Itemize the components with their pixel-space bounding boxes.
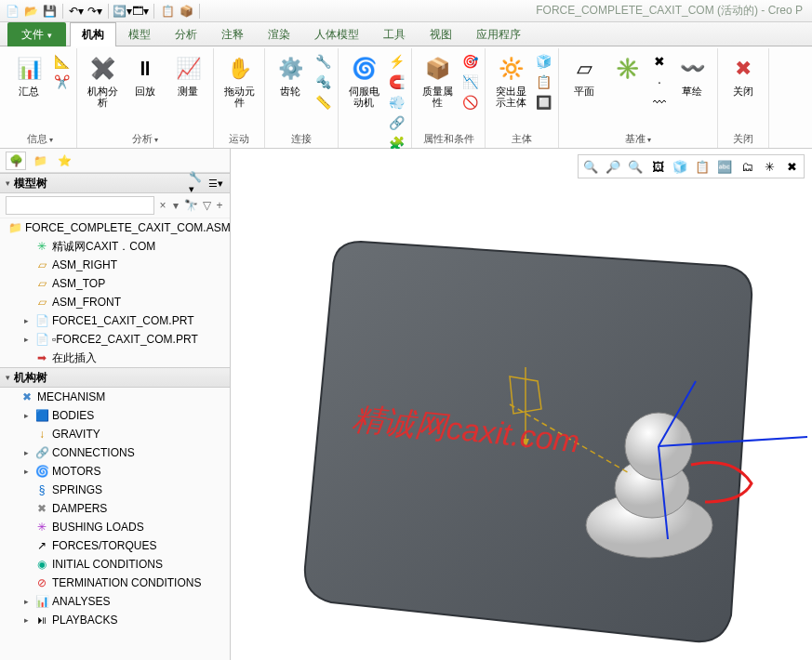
- tree-item-label: TERMINATION CONDITIONS: [52, 576, 201, 589]
- ribbon-button[interactable]: ▱平面: [565, 52, 604, 99]
- tab-mechanism[interactable]: 机构: [70, 22, 116, 46]
- expand-icon[interactable]: ▸: [20, 615, 32, 625]
- ribbon-button[interactable]: ⚙️齿轮: [271, 52, 310, 99]
- ribbon-group-title: 运动: [220, 130, 259, 148]
- tree-item[interactable]: ◉INITIAL CONDITIONS: [0, 555, 230, 574]
- ribbon-button[interactable]: 📦质量属性: [418, 52, 457, 110]
- ribbon-small-button[interactable]: 〰: [650, 93, 669, 112]
- mechanism-tree: ✖MECHANISM▸🟦BODIES↓GRAVITY▸🔗CONNECTIONS▸…: [0, 388, 230, 629]
- expand-icon[interactable]: ▸: [20, 448, 32, 457]
- tab-file[interactable]: 文件: [7, 22, 66, 46]
- tree-item[interactable]: ▸📊ANALYSES: [0, 592, 230, 611]
- ribbon-small-button[interactable]: 🔲: [534, 93, 552, 112]
- model-tree-header[interactable]: 模型树 🔧▾ ☰▾: [0, 173, 230, 193]
- ribbon-button[interactable]: ✋拖动元件: [220, 52, 259, 110]
- ribbon-small-button[interactable]: ✂️: [52, 73, 71, 91]
- tree-item[interactable]: ⊘TERMINATION CONDITIONS: [0, 574, 230, 592]
- tree-item[interactable]: ↓GRAVITY: [0, 425, 230, 443]
- ribbon-button[interactable]: 🌀伺服电动机: [344, 52, 383, 110]
- save-icon[interactable]: 💾: [41, 3, 58, 20]
- ribbon-small-button[interactable]: 📋: [534, 73, 552, 91]
- expand-icon[interactable]: ▸: [20, 335, 32, 344]
- ribbon-small-button[interactable]: 💨: [387, 93, 406, 112]
- ribbon-small-button[interactable]: 🧲: [387, 73, 406, 91]
- tab-render[interactable]: 渲染: [256, 22, 302, 46]
- tree-item[interactable]: ✳精诚网CAXIT．COM: [0, 237, 230, 256]
- tree-item[interactable]: 📁FORCE_COMPLETE_CAXIT_COM.ASM: [0, 218, 230, 237]
- tree-item[interactable]: ▸🔗CONNECTIONS: [0, 443, 230, 462]
- redo-icon[interactable]: ↷▾: [87, 3, 103, 20]
- tree-item[interactable]: ▸🟦BODIES: [0, 406, 230, 425]
- tree-item[interactable]: ▸⏯PLAYBACKS: [0, 611, 230, 629]
- tree-item[interactable]: ✖MECHANISM: [0, 388, 230, 406]
- ribbon-button[interactable]: 〰️草绘: [672, 52, 712, 99]
- tab-apps[interactable]: 应用程序: [464, 22, 533, 46]
- folder-tab-icon[interactable]: 📁: [30, 152, 50, 170]
- expand-icon[interactable]: ▸: [20, 411, 32, 420]
- regen-icon[interactable]: 🔄▾: [113, 3, 130, 20]
- tab-annotate[interactable]: 注释: [209, 22, 256, 46]
- tree-item[interactable]: §SPRINGS: [0, 481, 230, 499]
- ribbon-small-button[interactable]: 🧊: [534, 52, 552, 71]
- close-doc-icon[interactable]: 📋: [159, 3, 176, 20]
- graphics-area[interactable]: 🔍 🔎 🔍 🖼 🧊 📋 🔤 🗂 ✳ ✖: [231, 149, 812, 660]
- tree-settings-icon[interactable]: 🔧▾: [189, 175, 206, 191]
- ribbon-button[interactable]: 📊汇总: [9, 52, 48, 99]
- add-icon[interactable]: +: [215, 197, 224, 214]
- tab-tools[interactable]: 工具: [371, 22, 418, 46]
- ribbon-small-button[interactable]: 🔩: [313, 73, 332, 91]
- tree-item-icon: 🌀: [34, 464, 49, 479]
- tree-item[interactable]: ▱ASM_TOP: [0, 274, 230, 293]
- tree-item-label: ASM_RIGHT: [52, 258, 117, 271]
- favorites-tab-icon[interactable]: ⭐: [54, 152, 74, 170]
- ribbon-small-button[interactable]: ·: [650, 73, 669, 91]
- tree-item[interactable]: ▱ASM_FRONT: [0, 293, 230, 311]
- expand-icon[interactable]: ▸: [20, 467, 32, 476]
- ribbon-small-button[interactable]: 🔧: [313, 52, 332, 71]
- filter-icon[interactable]: ▽: [202, 197, 211, 214]
- ribbon-button[interactable]: ✖关闭: [724, 52, 763, 99]
- tree-item[interactable]: ↗FORCES/TORQUES: [0, 536, 230, 555]
- ribbon-button-icon: ✖: [728, 54, 758, 84]
- tree-item[interactable]: ▸🌀MOTORS: [0, 462, 230, 481]
- ribbon-small-button[interactable]: ⚡: [387, 52, 406, 71]
- tree-item[interactable]: ▸📄▫FORCE2_CAXIT_COM.PRT: [0, 330, 230, 349]
- tree-item[interactable]: ✳BUSHING LOADS: [0, 518, 230, 536]
- tree-item[interactable]: ▱ASM_RIGHT: [0, 256, 230, 274]
- ribbon-small-button[interactable]: 📐: [52, 52, 71, 71]
- ribbon-button-label: 伺服电动机: [346, 86, 381, 108]
- ribbon-button[interactable]: 🔆突出显示主体: [491, 52, 530, 110]
- tab-analysis[interactable]: 分析: [163, 22, 209, 46]
- undo-icon[interactable]: ↶▾: [68, 3, 85, 20]
- ribbon-button[interactable]: ⏸回放: [126, 52, 165, 99]
- search-dropdown-icon[interactable]: ▾: [171, 197, 180, 214]
- tree-item-icon: ✳: [34, 239, 49, 254]
- ribbon-button[interactable]: 📈测量: [168, 52, 207, 99]
- expand-icon[interactable]: ▸: [20, 597, 32, 606]
- ribbon-small-button[interactable]: 📉: [460, 73, 479, 91]
- clear-search-icon[interactable]: ×: [158, 197, 167, 214]
- expand-icon[interactable]: ▸: [20, 316, 32, 325]
- tree-item[interactable]: ✖DAMPERS: [0, 499, 230, 518]
- new-icon[interactable]: 📄: [4, 3, 20, 20]
- tab-model[interactable]: 模型: [116, 22, 163, 46]
- ribbon-small-button[interactable]: ✖: [650, 52, 669, 71]
- tree-search-input[interactable]: [6, 196, 154, 215]
- box-icon[interactable]: 📦: [178, 3, 194, 20]
- mechanism-tree-header[interactable]: 机构树: [0, 367, 230, 388]
- tree-item[interactable]: ▸📄FORCE1_CAXIT_COM.PRT: [0, 311, 230, 330]
- ribbon-small-button[interactable]: 🚫: [460, 93, 479, 112]
- ribbon-small-button[interactable]: 🎯: [460, 52, 479, 71]
- ribbon-button[interactable]: ✖️机构分析: [83, 52, 122, 110]
- windows-icon[interactable]: 🗔▾: [132, 3, 149, 20]
- binoculars-icon[interactable]: 🔭: [184, 197, 198, 214]
- tab-view[interactable]: 视图: [418, 22, 464, 46]
- open-icon[interactable]: 📂: [22, 3, 39, 20]
- ribbon-button[interactable]: ✳️: [607, 52, 646, 86]
- ribbon-small-button[interactable]: 📏: [313, 93, 332, 112]
- tree-display-icon[interactable]: ☰▾: [207, 175, 224, 191]
- tab-manikin[interactable]: 人体模型: [302, 22, 371, 46]
- ribbon-small-button[interactable]: 🔗: [387, 113, 406, 132]
- model-tree-tab-icon[interactable]: 🌳: [6, 152, 26, 170]
- tree-item[interactable]: ➡在此插入: [0, 349, 230, 367]
